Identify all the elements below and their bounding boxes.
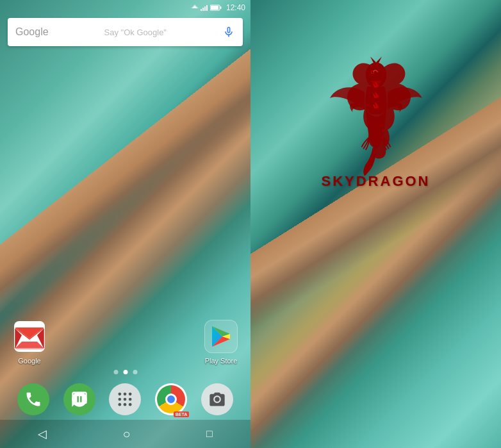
svg-point-28 (124, 397, 127, 401)
beta-badge: BETA (174, 411, 190, 417)
svg-rect-3 (202, 8, 204, 11)
launcher-icon (116, 390, 134, 408)
dock-camera-button[interactable] (201, 383, 233, 415)
dock-phone-button[interactable] (17, 383, 49, 415)
phone-icon (24, 390, 42, 408)
svg-point-24 (119, 392, 122, 395)
hangouts-icon (70, 390, 88, 408)
playstore-app-label: Play Store (205, 357, 238, 365)
chrome-icon (157, 385, 185, 413)
app-playstore[interactable]: Play Store (204, 320, 238, 365)
nav-back-button[interactable]: ◁ (28, 422, 57, 446)
home-app-icons: Google (0, 320, 250, 365)
page-dot-1 (113, 370, 118, 374)
skydragon-label: SKYDRAGON (321, 173, 430, 190)
svg-point-26 (129, 392, 132, 395)
search-bar[interactable]: Google Say "Ok Google" (8, 18, 243, 46)
right-wallpaper-screen: SKYDRAGON (250, 0, 501, 448)
gmail-icon-svg (13, 320, 46, 353)
icon-spacer (46, 320, 204, 365)
svg-rect-7 (220, 6, 221, 9)
page-dot-3 (133, 370, 137, 374)
svg-point-25 (124, 392, 127, 395)
wifi-icon (191, 4, 199, 11)
svg-point-31 (124, 402, 127, 406)
app-google[interactable]: Google (13, 320, 46, 365)
svg-point-30 (119, 402, 122, 406)
search-google-label: Google (15, 26, 49, 38)
dock-hangouts-button[interactable] (63, 383, 95, 415)
app-dock: BETA (0, 378, 250, 420)
microphone-icon[interactable] (222, 26, 235, 38)
camera-icon (208, 390, 226, 408)
dragon-logo-container: SKYDRAGON (318, 51, 434, 190)
dock-launcher-button[interactable] (109, 383, 141, 415)
battery-icon (210, 4, 222, 11)
nav-home-button[interactable]: ○ (113, 422, 141, 447)
chrome-center (165, 394, 177, 405)
google-app-label: Google (18, 357, 40, 365)
status-icons: 12:40 (191, 3, 245, 12)
status-time: 12:40 (226, 3, 245, 12)
signal-icon (201, 4, 208, 11)
dock-chrome-button[interactable]: BETA (155, 383, 187, 415)
left-phone-screen: 12:40 Google Say "Ok Google" (0, 0, 250, 448)
svg-rect-8 (211, 6, 218, 10)
page-dot-2 (123, 370, 127, 374)
playstore-app-icon (204, 320, 238, 353)
playstore-icon-svg (209, 325, 233, 348)
svg-point-29 (129, 397, 132, 401)
svg-rect-2 (201, 9, 202, 11)
nav-recents-button[interactable]: □ (196, 423, 223, 445)
svg-point-27 (119, 397, 122, 401)
dragon-icon (318, 51, 434, 179)
search-hint-text: Say "Ok Google" (49, 28, 222, 37)
page-indicators (113, 370, 137, 374)
google-app-icon (13, 320, 46, 353)
svg-point-32 (129, 402, 132, 406)
svg-rect-5 (206, 5, 208, 11)
navigation-bar: ◁ ○ □ (0, 420, 250, 448)
status-bar: 12:40 (0, 0, 250, 15)
svg-rect-4 (204, 6, 206, 11)
